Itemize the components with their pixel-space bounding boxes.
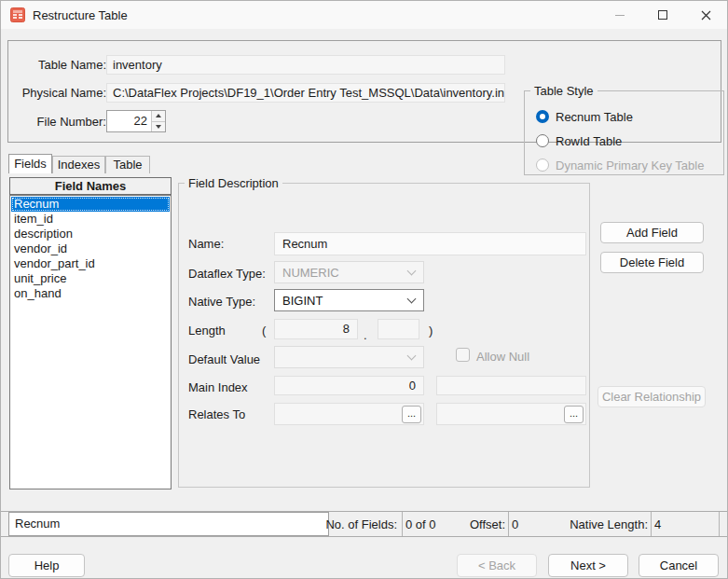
default-value-select (274, 346, 424, 368)
relates-to-label: Relates To (188, 407, 245, 421)
dataflex-type-label: Dataflex Type: (188, 267, 266, 281)
next-button[interactable]: Next > (548, 554, 628, 577)
native-length-value: 4 (654, 517, 661, 531)
window-title: Restructure Table (33, 8, 128, 22)
close-icon (701, 10, 711, 21)
native-type-select[interactable]: BIGINT (274, 289, 424, 311)
spinner-down-icon (156, 125, 161, 129)
chevron-down-icon (407, 267, 417, 276)
table-name-input[interactable]: inventory (106, 55, 505, 75)
status-separator (719, 512, 720, 536)
table-style-group: Table Style Recnum Table RowId Table Dyn… (524, 84, 724, 175)
table-name-label: Table Name: (16, 55, 106, 75)
title-bar: Restructure Table (1, 1, 727, 29)
spin-up-button[interactable] (152, 111, 165, 121)
length-open-paren: ( (262, 324, 266, 338)
relates-to-table-field[interactable]: ... (274, 403, 424, 425)
chevron-down-icon (407, 352, 417, 361)
list-item-recnum[interactable]: Recnum (11, 197, 170, 212)
tab-fields[interactable]: Fields (8, 154, 52, 173)
physical-name-label: Physical Name: (16, 83, 106, 103)
relates-to-field-browse-button[interactable]: ... (564, 406, 584, 423)
main-index-label: Main Index (188, 380, 248, 394)
offset-label: Offset: (470, 517, 505, 531)
field-description-group: Field Description Name: Recnum Dataflex … (178, 176, 590, 488)
name-input[interactable]: Recnum (274, 232, 586, 255)
file-number-value[interactable]: 22 (107, 111, 151, 131)
radio-selected-icon (536, 110, 549, 123)
length-label: Length (188, 324, 226, 338)
add-field-button[interactable]: Add Field (600, 222, 704, 243)
radio-disabled-icon (536, 159, 549, 172)
minimize-button (598, 1, 641, 29)
table-icon (10, 7, 25, 22)
restructure-table-dialog: Restructure Table Table Name: inventory … (0, 0, 728, 579)
default-value-label: Default Value (188, 352, 260, 366)
file-number-label: File Number: (16, 112, 106, 131)
help-button[interactable]: Help (8, 554, 85, 577)
delete-field-button[interactable]: Delete Field (600, 252, 704, 273)
offset-value: 0 (512, 517, 518, 531)
maximize-icon (658, 10, 667, 20)
length-input[interactable]: 8 (274, 319, 358, 339)
physical-name-input[interactable]: C:\DataFlex Projects\DF19_1\Order Entry … (106, 83, 505, 103)
field-names-list[interactable]: Recnum item_id description vendor_id ven… (9, 195, 172, 489)
spin-down-button[interactable] (152, 121, 165, 132)
chevron-down-icon (407, 295, 417, 304)
spinner-up-icon (156, 114, 161, 117)
close-button[interactable] (684, 1, 727, 29)
tab-indexes[interactable]: Indexes (52, 156, 105, 173)
table-style-legend: Table Style (530, 84, 598, 98)
native-type-label: Native Type: (188, 295, 255, 309)
maximize-button[interactable] (641, 1, 684, 29)
length-decimals-input[interactable] (378, 319, 419, 339)
radio-recnum-table[interactable]: Recnum Table (536, 109, 633, 124)
status-bar: Recnum No. of Fields: 0 of 0 Offset: 0 N… (1, 511, 728, 537)
length-decimal-dot: . (364, 328, 367, 342)
list-item-unit-price[interactable]: unit_price (11, 271, 170, 286)
relates-to-table-browse-button[interactable]: ... (402, 406, 421, 423)
list-item-description[interactable]: description (11, 227, 170, 241)
cancel-button[interactable]: Cancel (639, 554, 719, 577)
list-item-vendor-id[interactable]: vendor_id (11, 241, 170, 256)
allow-null-label: Allow Null (476, 350, 529, 364)
native-length-label: Native Length: (570, 517, 648, 531)
back-button: < Back (457, 554, 537, 577)
list-item-item-id[interactable]: item_id (11, 212, 170, 227)
relates-to-field-field[interactable]: ... (436, 403, 586, 425)
status-field-name-input[interactable]: Recnum (8, 512, 329, 536)
no-of-fields-label: No. of Fields: (329, 512, 402, 536)
main-index-name-field (436, 376, 586, 395)
minimize-icon (615, 15, 625, 16)
no-of-fields-value: 0 of 0 (405, 517, 436, 531)
clear-relationship-button: Clear Relationship (598, 386, 706, 407)
radio-unselected-icon (536, 134, 549, 147)
allow-null-checkbox (456, 348, 470, 362)
table-info-panel: Table Name: inventory Physical Name: C:\… (7, 40, 721, 143)
name-label: Name: (188, 237, 224, 251)
list-item-vendor-part-id[interactable]: vendor_part_id (11, 256, 170, 271)
radio-rowid-table[interactable]: RowId Table (536, 133, 622, 148)
tab-table[interactable]: Table (105, 156, 150, 173)
length-close-paren: ) (429, 324, 433, 338)
file-number-stepper[interactable]: 22 (106, 110, 166, 132)
dataflex-type-select: NUMERIC (274, 261, 424, 283)
field-names-header: Field Names (9, 177, 172, 195)
field-description-legend: Field Description (185, 176, 282, 190)
radio-dynamic-primary-key-table: Dynamic Primary Key Table (536, 158, 704, 172)
list-item-on-hand[interactable]: on_hand (11, 286, 170, 301)
main-index-input[interactable]: 0 (274, 376, 424, 395)
